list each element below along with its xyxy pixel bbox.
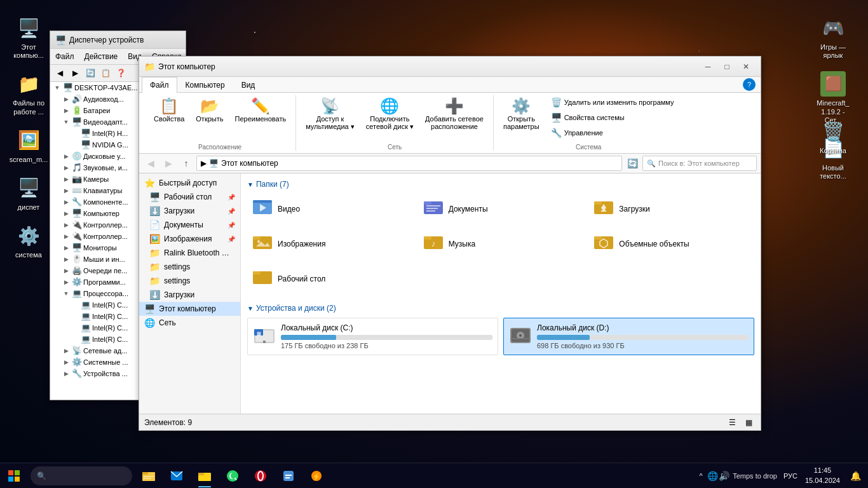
drives-section-header[interactable]: ▼ Устройства и диски (2)	[247, 304, 754, 313]
nav-refresh-btn[interactable]: 🔄	[625, 156, 640, 171]
taskbar-app-opera[interactable]	[247, 463, 275, 489]
expand-icon: ▶	[62, 358, 71, 367]
sidebar-item-network[interactable]: 🌐 Сеть	[139, 316, 240, 330]
ribbon-btn-add-location[interactable]: ➕ Добавить сетевоерасположение	[421, 95, 488, 133]
sidebar-item-ralink[interactable]: 📁 Ralink Bluetooth Sta...	[139, 246, 240, 260]
dm-back-btn[interactable]: ◀	[53, 66, 67, 80]
ribbon-btn-sys-props[interactable]: 🖥️ Свойства системы	[546, 111, 679, 125]
desktop-icon-games[interactable]: 🎮 Игры — ярлык	[811, 13, 855, 62]
sidebar-label: Изображения	[164, 234, 212, 243]
breadcrumb[interactable]: ▶ 🖥️ Этот компьютер	[196, 156, 622, 171]
taskbar-app-7[interactable]: ⚡	[302, 463, 330, 489]
dm-item-label: Дисковые у...	[83, 152, 126, 160]
tile-view-btn[interactable]: ▦	[742, 416, 756, 430]
sidebar-label: Загрузки	[164, 290, 194, 299]
sidebar-item-downloads2[interactable]: ⬇️ Загрузки	[139, 288, 240, 302]
expand-icon: ▶	[62, 198, 71, 207]
ribbon-btn-properties[interactable]: 📋 Свойства	[149, 95, 189, 126]
drive-d-bar-bg	[537, 335, 749, 340]
network-icon: 🌐	[144, 318, 155, 328]
svg-rect-9	[594, 201, 602, 205]
ribbon-btn-uninstall[interactable]: 🗑️ Удалить или изменить программу	[546, 95, 679, 109]
tab-view[interactable]: Вид	[233, 77, 264, 93]
sidebar-item-settings1[interactable]: 📁 settings	[139, 260, 240, 274]
nav-up-btn[interactable]: ↑	[179, 156, 194, 171]
tray-sound[interactable]: 🔊	[719, 471, 729, 481]
svg-rect-34	[8, 470, 13, 475]
folder-documents[interactable]: Документы	[418, 194, 584, 224]
taskbar-app-files[interactable]	[191, 463, 219, 489]
maximize-button[interactable]: □	[717, 57, 736, 77]
desktop-icon-system[interactable]: ⚙️ система	[6, 220, 51, 262]
sidebar-item-settings2[interactable]: 📁 settings	[139, 274, 240, 288]
tray-active-label: Temps to drop	[730, 472, 780, 480]
sidebar-item-quick-access[interactable]: ⭐ Быстрый доступ	[139, 176, 240, 190]
sidebar-item-desktop[interactable]: 🖥️ Рабочий стол 📌	[139, 190, 240, 204]
folder-downloads[interactable]: Загрузки	[588, 194, 754, 224]
ribbon-btn-network-drive[interactable]: 🌐 Подключитьсетевой диск ▾	[362, 95, 418, 134]
ribbon-btn-media[interactable]: 📡 Доступ кмультимедиа ▾	[301, 95, 359, 134]
folder-desktop[interactable]: Рабочий стол	[247, 264, 413, 294]
folder-3d[interactable]: Объемные объекты	[588, 229, 754, 259]
help-button[interactable]: ?	[743, 78, 756, 91]
close-button[interactable]: ✕	[736, 57, 756, 77]
camera-icon: 📷	[72, 174, 82, 184]
add-location-icon: ➕	[445, 98, 464, 114]
3d-folder-icon	[593, 233, 614, 255]
sidebar-item-downloads[interactable]: ⬇️ Загрузки 📌	[139, 204, 240, 218]
ribbon-btn-manage[interactable]: 🔧 Управление	[546, 126, 679, 140]
taskbar-app-explorer[interactable]	[135, 463, 163, 489]
sidebar-item-this-computer[interactable]: 🖥️ Этот компьютер	[139, 302, 240, 316]
desktop-icon-disp[interactable]: 🖥️ диспет	[6, 173, 51, 214]
dm-refresh-btn[interactable]: 🔄	[83, 66, 97, 80]
tab-file[interactable]: Файл	[142, 77, 177, 93]
list-view-btn[interactable]: ☰	[725, 416, 739, 430]
taskbar-app-wa[interactable]	[219, 463, 247, 489]
nav-forward-btn[interactable]: ▶	[161, 156, 176, 171]
start-button[interactable]	[0, 463, 28, 489]
drive-d[interactable]: Локальный диск (D:) 698 ГБ свободно из 9…	[503, 318, 754, 355]
tray-chevron[interactable]: ^	[696, 471, 706, 481]
folder-video[interactable]: Видео	[247, 194, 413, 224]
desktop-icon-scream[interactable]: 🖼️ scream_m...	[6, 125, 51, 166]
folder-music[interactable]: ♪ Музыка	[418, 229, 584, 259]
nav-back-btn[interactable]: ◀	[143, 156, 158, 171]
desktop-icon-label: Этот компью...	[9, 43, 48, 60]
sidebar-item-documents[interactable]: 📄 Документы 📌	[139, 218, 240, 232]
btn-label: Доступ кмультимедиа ▾	[306, 115, 355, 131]
desktop-icon-recycle[interactable]: 🗑️ Корзина	[811, 116, 855, 158]
taskbar-clock[interactable]: 11:45 15.04.2024	[801, 466, 844, 485]
taskbar-app-mail[interactable]	[163, 463, 191, 489]
dm-item-label: Intel(R) C...	[92, 324, 128, 332]
tab-computer[interactable]: Компьютер	[177, 77, 233, 93]
dm-menu-action[interactable]: Действие	[79, 50, 123, 63]
dm-item-label: Очереди пе...	[83, 267, 127, 274]
desktop-icon-this-computer[interactable]: 🖥️ Этот компью...	[6, 13, 51, 62]
ribbon-btn-open-params[interactable]: ⚙️ Открытьпараметры	[499, 95, 544, 133]
folder-name: Изображения	[278, 240, 325, 248]
expand-icon: ▶	[62, 220, 71, 229]
folders-section-header[interactable]: ▼ Папки (7)	[247, 180, 754, 189]
dm-properties-btn[interactable]: 📋	[98, 66, 112, 80]
expand-icon: ▼	[62, 289, 71, 298]
tray-language[interactable]: РУС	[781, 472, 800, 480]
drive-c[interactable]: ⊞ Локальный диск (C:) 175 ГБ свободно из…	[247, 318, 498, 355]
btn-label: Открыть	[196, 115, 223, 123]
btn-label: Удалить или изменить программу	[564, 98, 674, 106]
tray-network[interactable]: 🌐	[707, 471, 717, 481]
notification-button[interactable]: 🔔	[845, 463, 865, 489]
dm-menu-file[interactable]: Файл	[50, 50, 79, 63]
sidebar-item-pictures[interactable]: 🖼️ Изображения 📌	[139, 232, 240, 246]
dm-help-btn[interactable]: ❓	[114, 66, 128, 80]
ribbon-btn-open[interactable]: 📂 Открыть	[191, 95, 227, 126]
file-explorer-window: 📁 Этот компьютер ─ □ ✕ Файл Компьютер Ви…	[139, 56, 761, 431]
taskbar-search[interactable]: 🔍	[31, 466, 132, 485]
search-box[interactable]: 🔍 Поиск в: Этот компьютер	[642, 156, 757, 171]
desktop-icon-files-work[interactable]: 📁 Файлы по работе ...	[6, 69, 51, 118]
dm-forward-btn[interactable]: ▶	[68, 66, 82, 80]
folder-name: Рабочий стол	[278, 274, 325, 283]
folder-pictures[interactable]: Изображения	[247, 229, 413, 259]
minimize-button[interactable]: ─	[698, 57, 717, 77]
taskbar-app-6[interactable]	[275, 463, 302, 489]
ribbon-btn-rename[interactable]: ✏️ Переименовать	[231, 95, 291, 126]
